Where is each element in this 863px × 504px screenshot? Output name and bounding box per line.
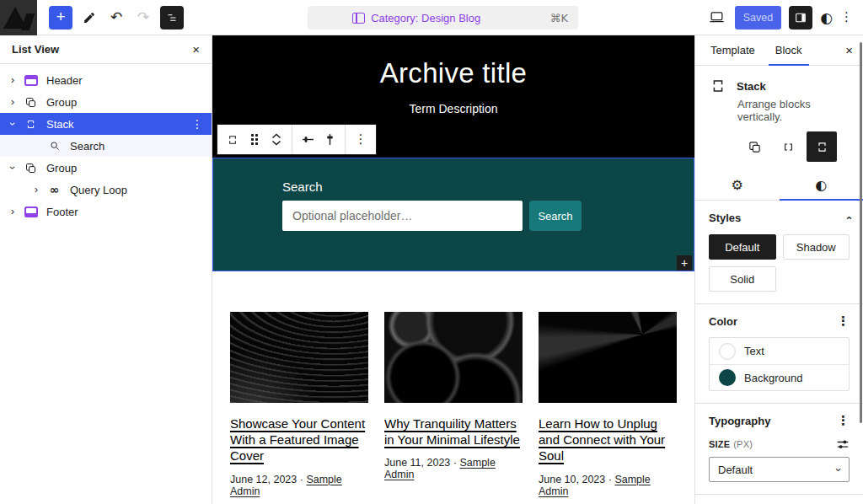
settings-sidebar: Template Block × Stack Arrange blocks ve… <box>694 35 863 504</box>
gear-icon: ⚙ <box>732 177 743 193</box>
document-title: Category: Design Blog <box>371 12 480 24</box>
edit-mode-pencil-icon[interactable] <box>79 6 99 29</box>
drag-handle[interactable] <box>244 128 265 152</box>
justify-items-icon[interactable] <box>297 128 318 152</box>
options-menu-button[interactable]: ⋮ <box>840 11 853 24</box>
color-options-icon[interactable]: ⋮ <box>837 315 850 328</box>
style-shadow-button[interactable]: Shadow <box>783 234 850 260</box>
site-logo[interactable] <box>0 0 37 35</box>
command-center-button[interactable]: Category: Design Blog ⌘K <box>308 6 578 29</box>
selected-stack-block[interactable]: Search Search + <box>212 158 694 271</box>
close-sidebar-icon[interactable]: × <box>845 43 853 57</box>
style-default-button[interactable]: Default <box>709 234 776 260</box>
post-meta: June 11, 2023 · Sample Admin <box>384 457 523 480</box>
collapse-chevron-icon[interactable]: › <box>841 216 854 219</box>
typography-section: Typography ⋮ SIZE (PX) Default › <box>695 404 863 495</box>
template-icon <box>352 13 365 24</box>
block-appender-button[interactable]: + <box>677 255 692 271</box>
sidebar-scrollbar[interactable] <box>860 42 862 423</box>
redo-button[interactable]: ↷ <box>133 6 153 29</box>
block-tree: › Header › Group › Stack ⋮ › <box>0 64 212 223</box>
contrast-icon: ◐ <box>815 177 827 193</box>
size-label: SIZE <box>709 439 730 449</box>
search-label[interactable]: Search <box>282 180 694 194</box>
move-up-down-buttons[interactable] <box>266 128 287 152</box>
saved-button[interactable]: Saved <box>735 6 781 29</box>
editor-canvas: Archive title Term Description <box>212 35 694 504</box>
item-options-icon[interactable]: ⋮ <box>191 117 203 131</box>
chevron-right-icon[interactable]: › <box>8 206 17 217</box>
stack-icon <box>24 118 38 131</box>
chevron-down-icon[interactable]: › <box>7 120 19 128</box>
undo-button[interactable]: ↶ <box>106 6 126 29</box>
tab-block[interactable]: Block <box>765 35 812 65</box>
post-card: Learn How to Unplug and Connect with You… <box>539 312 677 497</box>
preview-device-button[interactable] <box>707 6 727 29</box>
archive-title[interactable]: Archive title <box>212 35 694 89</box>
block-description: Arrange blocks vertically. <box>737 98 850 123</box>
footer-template-part-icon <box>24 206 38 217</box>
block-inserter-button[interactable]: + <box>49 6 72 29</box>
tree-item-query-loop[interactable]: › ∞ Query Loop <box>0 179 212 201</box>
tab-template[interactable]: Template <box>700 35 765 65</box>
list-view-toggle-button[interactable] <box>160 6 184 29</box>
tree-item-header[interactable]: › Header <box>0 69 212 91</box>
chevron-right-icon[interactable]: › <box>8 74 17 86</box>
post-featured-image[interactable] <box>384 312 523 403</box>
chevron-down-icon[interactable]: › <box>7 164 19 172</box>
styles-contrast-icon[interactable]: ◐ <box>820 9 833 26</box>
settings-sidebar-toggle-button[interactable] <box>789 6 812 29</box>
term-description[interactable]: Term Description <box>212 102 694 115</box>
align-items-icon[interactable] <box>319 128 340 152</box>
block-toolbar: ⋮ <box>217 124 377 155</box>
style-solid-button[interactable]: Solid <box>709 266 776 292</box>
post-date: June 10, 2023 <box>539 474 605 485</box>
background-color-row[interactable]: Background <box>710 364 849 390</box>
post-card: Showcase Your Content With a Featured Im… <box>230 312 368 497</box>
tab-settings-gear[interactable]: ⚙ <box>695 170 780 200</box>
post-meta: June 12, 2023 · Sample Admin <box>230 474 368 497</box>
tree-item-search[interactable]: › Search <box>0 135 212 157</box>
tree-item-group-2[interactable]: › Group <box>0 157 212 179</box>
color-heading: Color <box>709 315 737 328</box>
tree-item-stack-selected[interactable]: › Stack ⋮ <box>0 113 212 135</box>
group-icon <box>24 96 38 109</box>
text-color-row[interactable]: Text <box>710 338 849 364</box>
styles-section: Styles › Default Shadow Solid <box>695 201 863 304</box>
chevron-right-icon[interactable]: › <box>32 184 40 196</box>
post-featured-image[interactable] <box>230 312 368 403</box>
list-view-panel: List View × › Header › Group › <box>0 35 212 504</box>
close-list-view-icon[interactable]: × <box>192 42 200 56</box>
post-featured-image[interactable] <box>539 312 677 403</box>
post-meta: June 10, 2023 · Sample Admin <box>539 474 677 497</box>
tree-item-footer[interactable]: › Footer <box>0 201 212 223</box>
stack-block-icon-button[interactable] <box>222 128 243 152</box>
search-input[interactable] <box>282 201 523 231</box>
variation-row-button[interactable] <box>773 131 803 162</box>
post-date: June 12, 2023 <box>230 474 297 485</box>
typography-heading: Typography <box>709 415 770 427</box>
stack-icon <box>709 77 727 95</box>
search-submit-button[interactable]: Search <box>529 201 582 231</box>
size-settings-icon[interactable] <box>836 438 850 450</box>
block-options-icon[interactable]: ⋮ <box>351 128 371 152</box>
top-bar: + ↶ ↷ Category: Design Blog ⌘K Saved ◐ ⋮ <box>0 0 863 35</box>
tab-styles-contrast[interactable]: ◐ <box>780 170 863 200</box>
post-title-link[interactable]: Learn How to Unplug and Connect with You… <box>539 416 677 464</box>
tree-item-group[interactable]: › Group <box>0 91 212 113</box>
variation-stack-button[interactable] <box>807 131 837 162</box>
font-size-select[interactable]: Default › <box>709 457 850 482</box>
dimensions-section: Dimensions ⋮ PADDING BOTTOM <box>695 495 863 504</box>
keyboard-shortcut: ⌘K <box>549 12 568 24</box>
background-color-swatch <box>719 369 736 386</box>
variation-group-button[interactable] <box>739 131 769 162</box>
post-title-link[interactable]: Showcase Your Content With a Featured Im… <box>230 416 368 464</box>
typography-options-icon[interactable]: ⋮ <box>837 415 850 427</box>
color-section: Color ⋮ Text Background <box>695 304 863 404</box>
text-color-swatch <box>719 343 736 360</box>
query-loop-posts: Showcase Your Content With a Featured Im… <box>230 312 677 497</box>
select-chevron-icon: › <box>832 468 844 471</box>
chevron-right-icon[interactable]: › <box>8 96 17 108</box>
search-icon <box>47 140 62 152</box>
post-title-link[interactable]: Why Tranquility Matters in Your Minimal … <box>384 416 523 448</box>
